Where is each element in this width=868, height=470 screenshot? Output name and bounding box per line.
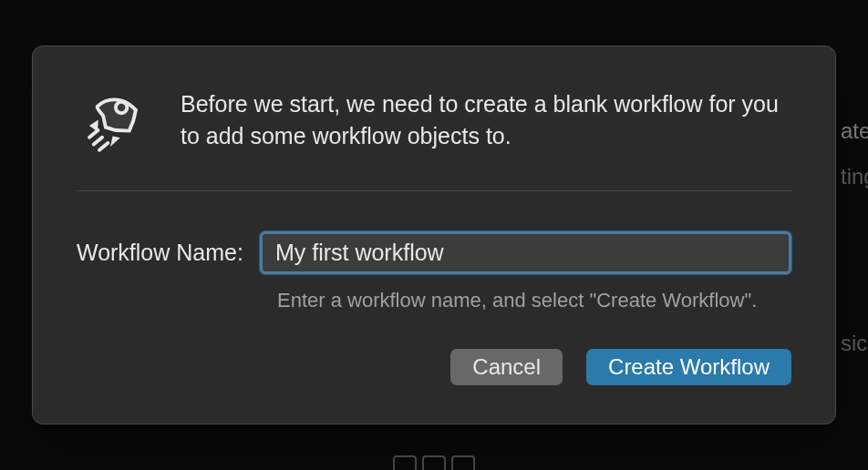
dialog-header-text: Before we start, we need to create a bla… <box>181 88 791 152</box>
workflow-name-row: Workflow Name: <box>77 231 791 274</box>
create-workflow-dialog: Before we start, we need to create a bla… <box>32 46 836 424</box>
svg-line-1 <box>89 130 98 138</box>
dialog-header: Before we start, we need to create a bla… <box>33 46 835 190</box>
rocket-icon <box>77 85 148 156</box>
svg-line-3 <box>99 143 108 150</box>
background-truncated-text: ate ting sics <box>841 118 868 356</box>
workflow-name-label: Workflow Name: <box>77 240 243 266</box>
dialog-footer: Cancel Create Workflow <box>33 322 835 424</box>
cancel-button[interactable]: Cancel <box>450 349 563 385</box>
svg-line-2 <box>94 138 102 145</box>
create-workflow-button[interactable]: Create Workflow <box>586 349 791 385</box>
workflow-name-input[interactable] <box>260 231 791 274</box>
dialog-body: Workflow Name: Enter a workflow name, an… <box>33 191 835 322</box>
background-squares <box>393 455 475 470</box>
svg-point-0 <box>116 102 127 113</box>
workflow-name-help-text: Enter a workflow name, and select "Creat… <box>277 289 791 312</box>
